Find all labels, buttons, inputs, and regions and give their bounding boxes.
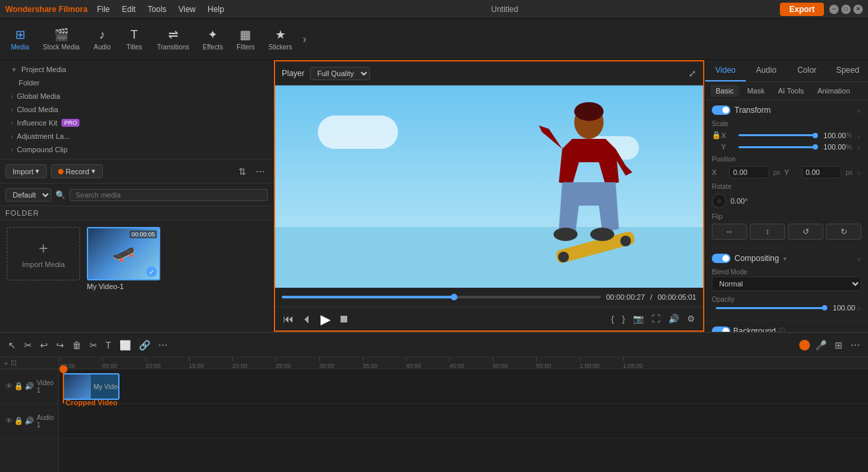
tool-filters[interactable]: ▦ Filters	[231, 25, 260, 53]
tab-audio[interactable]: Audio	[746, 60, 787, 81]
subtab-ai-tools[interactable]: AI Tools	[773, 85, 809, 97]
tool-audio[interactable]: ♪ Audio	[87, 25, 117, 53]
tool-stickers[interactable]: ★ Stickers	[263, 25, 298, 53]
video-lock-icon[interactable]: 🔒	[14, 382, 23, 391]
pos-keyframe-icon[interactable]: ⬦	[857, 168, 861, 176]
timeline-delete[interactable]: 🗑	[69, 338, 84, 352]
toolbar-nav-arrow[interactable]: ›	[300, 31, 309, 48]
minimize-button[interactable]: ─	[829, 5, 839, 14]
timeline-text-tool[interactable]: T	[103, 338, 114, 352]
flip-ccw-button[interactable]: ↺	[788, 224, 823, 240]
subtab-animation[interactable]: Animation	[812, 85, 855, 97]
timeline-redo[interactable]: ↪	[53, 338, 67, 352]
rotate-handle[interactable]: ○	[712, 194, 726, 208]
sidebar-item-compound-clip[interactable]: › Compound Clip	[0, 143, 273, 156]
skip-back-button[interactable]: ⏮	[282, 312, 295, 326]
snapshot-icon[interactable]: 📷	[632, 312, 645, 325]
import-button[interactable]: Import ▾	[5, 164, 47, 178]
opacity-keyframe-icon[interactable]: ⬦	[857, 304, 861, 312]
record-button[interactable]: Record ▾	[51, 164, 102, 178]
audio-lock-icon[interactable]: 🔒	[14, 417, 23, 425]
more-options-icon[interactable]: ⋯	[253, 165, 268, 178]
menu-view[interactable]: View	[173, 3, 201, 15]
mark-in-button[interactable]: {	[610, 312, 615, 325]
stop-button[interactable]: ⏹	[337, 312, 351, 326]
fullscreen-icon[interactable]: ⛶	[650, 312, 662, 325]
export-button[interactable]: Export	[780, 3, 824, 16]
settings-icon[interactable]: ⚙	[686, 312, 696, 325]
media-thumbnail[interactable]: 🛹 00:00:05 ✓ My Video-1	[87, 227, 160, 290]
sidebar-item-folder[interactable]: Folder	[0, 76, 273, 89]
timeline-crop-tool[interactable]: ⬜	[117, 338, 134, 352]
scale-x-slider[interactable]	[738, 134, 815, 136]
play-button[interactable]: ▶	[319, 310, 332, 328]
sidebar-item-adjustment[interactable]: › Adjustment La...	[0, 130, 273, 143]
subtab-mask[interactable]: Mask	[742, 85, 770, 97]
volume-icon[interactable]: 🔊	[667, 312, 680, 325]
menu-edit[interactable]: Edit	[116, 3, 141, 15]
video-eye-icon[interactable]: 👁	[5, 382, 13, 391]
expand-icon[interactable]: ⤢	[688, 68, 696, 79]
scale-y-keyframe-icon[interactable]: ⬦	[857, 143, 861, 151]
background-toggle[interactable]	[712, 326, 730, 332]
tool-effects[interactable]: ✦ Effects	[198, 25, 228, 53]
flip-cw-button[interactable]: ↻	[826, 224, 861, 240]
player-label: Player	[282, 69, 304, 78]
pos-y-input[interactable]	[802, 166, 842, 178]
timeline-more-options[interactable]: ⋯	[848, 338, 863, 352]
menu-file[interactable]: File	[91, 3, 115, 15]
maximize-button[interactable]: □	[841, 5, 851, 14]
timeline-link-tool[interactable]: 🔗	[136, 338, 153, 352]
menu-help[interactable]: Help	[202, 3, 230, 15]
tab-video[interactable]: Video	[705, 60, 746, 81]
timeline-cut-tool[interactable]: ✂	[21, 338, 35, 352]
audio-mute-icon[interactable]: 🔊	[25, 417, 34, 425]
flip-v-button[interactable]: ↕	[750, 224, 785, 240]
pos-x-input[interactable]	[729, 166, 769, 178]
video-clip[interactable]: My Video-1	[63, 373, 120, 400]
timeline-undo[interactable]: ↩	[37, 338, 51, 352]
sidebar-item-global-media[interactable]: › Global Media	[0, 89, 273, 103]
tool-titles[interactable]: T Titles	[120, 25, 149, 53]
video-mute-icon[interactable]: 🔊	[25, 382, 34, 391]
compositing-toggle[interactable]	[712, 254, 730, 263]
frame-back-button[interactable]: ⏴	[300, 312, 314, 326]
timeline-record-button[interactable]	[799, 340, 810, 350]
close-button[interactable]: ✕	[853, 5, 863, 14]
quality-select[interactable]: Full Quality	[310, 67, 370, 80]
import-media-box[interactable]: + Import Media	[7, 227, 80, 280]
progress-handle[interactable]	[451, 294, 457, 300]
sort-select[interactable]: Default	[5, 188, 51, 202]
scale-x-keyframe-icon[interactable]: ⬦	[857, 132, 861, 140]
subtab-basic[interactable]: Basic	[710, 85, 739, 97]
timeline-more-tool[interactable]: ⋯	[156, 338, 170, 352]
menu-tools[interactable]: Tools	[142, 3, 172, 15]
compositing-collapse-icon[interactable]: ⬦	[857, 254, 861, 263]
timeline-snap-icon[interactable]: ⊞	[832, 338, 845, 352]
tool-transitions[interactable]: ⇌ Transitions	[152, 25, 195, 53]
section-collapse-icon[interactable]: ⬦	[857, 105, 861, 115]
scale-y-slider[interactable]	[738, 146, 815, 148]
blend-mode-select[interactable]: Normal	[712, 276, 861, 291]
sort-icon[interactable]: ⇅	[236, 165, 249, 178]
mark-out-button[interactable]: }	[621, 312, 626, 325]
tab-speed[interactable]: Speed	[827, 60, 868, 81]
flip-h-button[interactable]: ↔	[712, 224, 747, 240]
audio-eye-icon[interactable]: 👁	[5, 417, 13, 425]
timeline-audio-icon[interactable]: 🎤	[813, 338, 829, 352]
progress-track[interactable]	[282, 296, 601, 298]
timeline-split[interactable]: ✂	[87, 338, 100, 352]
sidebar-item-project-media[interactable]: ▼ Project Media	[0, 63, 273, 76]
tool-media[interactable]: ⊞ Media	[5, 25, 35, 53]
opacity-slider[interactable]	[716, 307, 825, 309]
tab-color[interactable]: Color	[787, 60, 827, 81]
search-input[interactable]	[69, 189, 268, 201]
sidebar-item-cloud-media[interactable]: › Cloud Media	[0, 103, 273, 116]
add-track-icon[interactable]: +	[4, 359, 8, 367]
sidebar-item-influence-kit[interactable]: › Influence Kit PRO	[0, 116, 273, 130]
transform-toggle[interactable]	[712, 105, 730, 115]
track-settings-icon[interactable]: ⊡	[11, 359, 17, 367]
timeline-select-tool[interactable]: ↖	[5, 338, 19, 352]
tool-stock-media[interactable]: 🎬 Stock Media	[37, 25, 85, 53]
player-progress-bar[interactable]: 00:00:00:27 / 00:00:05:01	[275, 288, 703, 306]
